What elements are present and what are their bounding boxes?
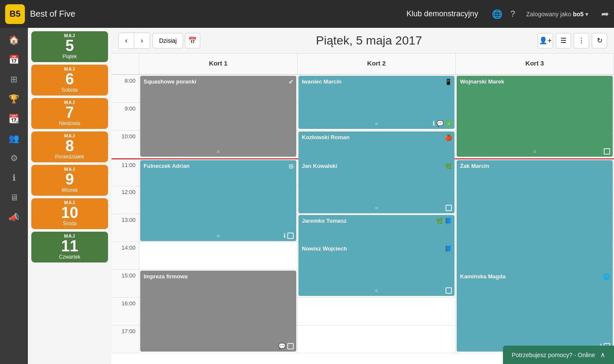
sidebar-table[interactable]: ⊞ <box>6 71 23 88</box>
sidebar-trophy[interactable]: 🏆 <box>6 90 23 107</box>
time-1200: 12:00 <box>111 186 139 214</box>
club-name: Klub demonstracyjny <box>406 9 478 18</box>
sidebar-info[interactable]: ℹ <box>6 169 23 186</box>
k1-cell-1500[interactable]: Impreza firmowa💬 <box>139 270 298 298</box>
sidebar: 🏠 📅 ⊞ 🏆 📆 👥 ⚙ ℹ 🖥 📣 <box>0 28 28 364</box>
event-k1-fulneczek-adrian[interactable]: Fulneczek Adrian⊞ℹ= <box>140 160 296 241</box>
page-title: Piątek, 5 maja 2017 <box>200 34 538 48</box>
date-card-4[interactable]: Maj 10 Środa <box>31 198 108 229</box>
sidebar-monitor[interactable]: 🖥 <box>6 189 23 206</box>
date-card-0[interactable]: Maj 6 Sobota <box>31 65 108 95</box>
time-800: 8:00 <box>111 75 139 103</box>
event-k3-kamińska-magda[interactable]: Kamińska Magda🌐ℹ <box>457 271 613 352</box>
time-1300: 13:00 <box>111 214 139 242</box>
more-options-button[interactable]: ⋮ <box>574 33 589 48</box>
help-chevron-icon[interactable]: ∧ <box>600 351 605 359</box>
time-1600: 16:00 <box>111 298 139 325</box>
k2-cell-1300[interactable]: Jaremko Tomasz🌿📘✓= <box>298 214 456 242</box>
navbar: B5 Best of Five Klub demonstracyjny 🌐 ? … <box>0 0 614 28</box>
share-icon[interactable]: ➦ <box>601 9 609 20</box>
k2-cell-1400[interactable]: Nowisz Wojciech📘= <box>298 242 456 270</box>
date-card-2[interactable]: Maj 8 Poniedziałek <box>31 131 108 162</box>
sidebar-settings[interactable]: ⚙ <box>6 149 23 167</box>
k1-cell-1400[interactable] <box>139 242 298 270</box>
time-900: 9:00 <box>111 103 139 131</box>
user-name: bo5 <box>573 11 584 18</box>
k1-cell-800[interactable]: Squashowe poranki✔= <box>139 75 298 103</box>
sidebar-home[interactable]: 🏠 <box>6 31 23 48</box>
today-weekday: Piątek <box>34 54 105 60</box>
time-1400: 14:00 <box>111 242 139 270</box>
globe-icon[interactable]: 🌐 <box>492 9 503 19</box>
time-header <box>111 54 139 75</box>
navbar-icons: 🌐 ? Zalogowany jako bo5 ▾ ➦ <box>492 9 609 20</box>
k2-cell-800[interactable]: Iwaniec Marcin📱ℹ💬✓= <box>298 75 456 103</box>
app-title: Best of Five <box>30 9 401 19</box>
k3-cell-1100[interactable]: Żak Marcin= <box>456 158 614 186</box>
event-k1-impreza-firmowa[interactable]: Impreza firmowa💬 <box>140 271 296 352</box>
time-1000: 10:00 <box>111 131 139 158</box>
help-text: Potrzebujesz pomocy? - Online <box>512 352 595 358</box>
calendar-picker-button[interactable]: 📅 <box>185 33 200 48</box>
user-label: Zalogowany jako bo5 ▾ <box>526 11 588 18</box>
prev-button[interactable]: ‹ <box>119 33 134 48</box>
today-button[interactable]: Dzisiaj <box>153 33 183 48</box>
date-card-today[interactable]: Maj 5 Piątek <box>31 31 108 62</box>
k2-cell-1700[interactable] <box>298 325 456 353</box>
calendar-wrapper: Kort 1 Kort 2 Kort 3 8:00 Squashowe pora… <box>111 54 614 364</box>
date-card-3[interactable]: Maj 9 Wtorek <box>31 165 108 196</box>
k3-cell-800[interactable]: Wojnarski Marek= <box>456 75 614 103</box>
refresh-button[interactable]: ↻ <box>592 33 607 48</box>
sidebar-calendar-month[interactable]: 📆 <box>6 110 23 127</box>
sidebar-users[interactable]: 👥 <box>6 130 23 147</box>
next-button[interactable]: › <box>134 33 150 48</box>
date-strip: Maj 5 Piątek Maj 6 Sobota Maj 7 Niedziel… <box>28 28 111 364</box>
app-logo: B5 <box>5 4 25 24</box>
help-icon[interactable]: ? <box>510 9 515 19</box>
k2-cell-1000[interactable]: Kozłowski Roman🍎✓= <box>298 131 456 158</box>
toolbar-actions: 👤+ ☰ ⋮ ↻ <box>538 33 607 48</box>
court-header-1: Kort 1 <box>139 54 298 75</box>
time-1500: 15:00 <box>111 270 139 298</box>
sidebar-megaphone[interactable]: 📣 <box>6 209 23 226</box>
k2-cell-1100[interactable]: Jan Kowalski🌿= <box>298 158 456 186</box>
event-k2-nowisz-wojciech[interactable]: Nowisz Wojciech📘= <box>298 243 454 296</box>
main-container: 🏠 📅 ⊞ 🏆 📆 👥 ⚙ ℹ 🖥 📣 Maj 5 Piątek Maj 6 S… <box>0 28 614 364</box>
sidebar-calendar-day[interactable]: 📅 <box>6 51 23 68</box>
time-1700: 17:00 <box>111 325 139 353</box>
court-header-3: Kort 3 <box>456 54 614 75</box>
add-person-button[interactable]: 👤+ <box>538 33 553 48</box>
event-k1-squashowe-poranki[interactable]: Squashowe poranki✔= <box>140 76 296 157</box>
nav-btn-group: ‹ › <box>118 33 150 49</box>
content-area: ‹ › Dzisiaj 📅 Piątek, 5 maja 2017 👤+ ☰ ⋮… <box>111 28 614 364</box>
time-1100: 11:00 <box>111 158 139 186</box>
toolbar: ‹ › Dzisiaj 📅 Piątek, 5 maja 2017 👤+ ☰ ⋮… <box>111 28 614 54</box>
k3-cell-1500[interactable]: Kamińska Magda🌐ℹ <box>456 270 614 298</box>
date-card-5[interactable]: Maj 11 Czwartek <box>31 232 108 263</box>
event-k2-iwaniec-marcin[interactable]: Iwaniec Marcin📱ℹ💬✓= <box>298 76 454 129</box>
k1-cell-1100[interactable]: Fulneczek Adrian⊞ℹ= <box>139 158 298 186</box>
help-banner[interactable]: Potrzebujesz pomocy? - Online ∧ <box>503 346 614 364</box>
event-k3-wojnarski-marek[interactable]: Wojnarski Marek= <box>457 76 613 157</box>
today-day: 5 <box>34 38 105 54</box>
sort-button[interactable]: ☰ <box>556 33 571 48</box>
court-header-2: Kort 2 <box>298 54 456 75</box>
event-k2-jan-kowalski[interactable]: Jan Kowalski🌿= <box>298 160 454 213</box>
k2-cell-1600[interactable] <box>298 298 456 325</box>
date-card-1[interactable]: Maj 7 Niedziela <box>31 98 108 129</box>
